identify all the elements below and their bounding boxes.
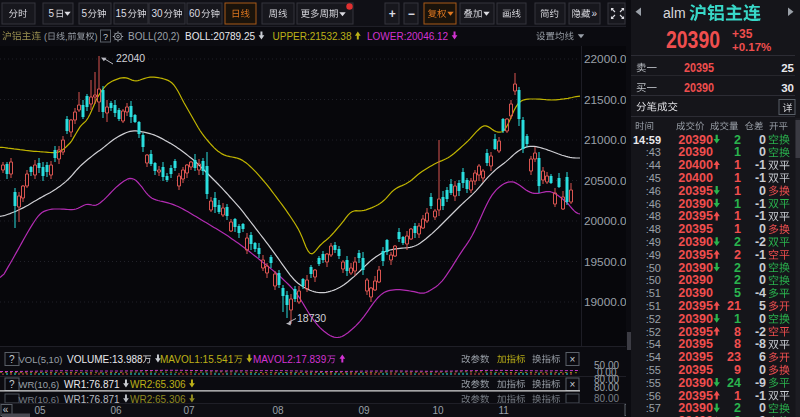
svg-text:WR1:76.871: WR1:76.871 bbox=[64, 394, 120, 405]
svg-text:LOWER:20046.12: LOWER:20046.12 bbox=[367, 31, 449, 42]
svg-text:80.00: 80.00 bbox=[594, 382, 619, 393]
svg-text::44: :44 bbox=[646, 159, 661, 171]
svg-text:05: 05 bbox=[34, 405, 46, 416]
svg-text:18730: 18730 bbox=[297, 312, 326, 324]
svg-text:MAVOL1:15.541: MAVOL1:15.541 bbox=[160, 354, 234, 365]
svg-text:30: 30 bbox=[781, 82, 794, 94]
svg-text:21500.0: 21500.0 bbox=[584, 93, 627, 107]
svg-text:alm: alm bbox=[663, 5, 686, 21]
svg-text:+0.17%: +0.17% bbox=[732, 41, 771, 53]
svg-text:×: × bbox=[570, 379, 576, 390]
svg-text::54: :54 bbox=[646, 338, 661, 350]
svg-text:): ) bbox=[95, 32, 98, 42]
svg-text:20390: 20390 bbox=[684, 80, 714, 95]
svg-text::52: :52 bbox=[646, 326, 661, 338]
svg-text:25: 25 bbox=[781, 62, 794, 74]
svg-text:60: 60 bbox=[189, 8, 201, 19]
svg-text:−: − bbox=[408, 7, 415, 21]
svg-text::57: :57 bbox=[646, 402, 661, 414]
svg-text:19000.0: 19000.0 bbox=[584, 295, 627, 309]
svg-text:21000.0: 21000.0 bbox=[584, 133, 627, 147]
svg-text:×: × bbox=[570, 354, 576, 365]
svg-text:5: 5 bbox=[82, 8, 88, 19]
svg-text:14:59: 14:59 bbox=[633, 134, 661, 146]
svg-text:WR1:76.871: WR1:76.871 bbox=[64, 379, 120, 390]
svg-text:20000.0: 20000.0 bbox=[584, 214, 627, 228]
svg-text:BOLL(20,2): BOLL(20,2) bbox=[128, 31, 180, 42]
svg-text:WR2:65.306: WR2:65.306 bbox=[130, 394, 186, 405]
svg-text:06: 06 bbox=[110, 405, 122, 416]
svg-text::55: :55 bbox=[646, 377, 661, 389]
svg-text::49: :49 bbox=[646, 236, 661, 248]
svg-text::45: :45 bbox=[646, 172, 661, 184]
svg-text:20390: 20390 bbox=[666, 26, 720, 53]
svg-text:WR(10,6): WR(10,6) bbox=[19, 379, 60, 390]
svg-text:?: ? bbox=[103, 32, 108, 42]
svg-text:BOLL:20789.25: BOLL:20789.25 bbox=[185, 31, 255, 42]
svg-text:30: 30 bbox=[152, 8, 164, 19]
svg-text:22040: 22040 bbox=[116, 52, 145, 64]
svg-text:MAVOL2:17.839: MAVOL2:17.839 bbox=[253, 354, 327, 365]
svg-text::51: :51 bbox=[646, 287, 661, 299]
svg-text:80.00: 80.00 bbox=[594, 393, 619, 404]
svg-text::46: :46 bbox=[646, 198, 661, 210]
svg-text:20500.0: 20500.0 bbox=[584, 174, 627, 188]
svg-text:VOL(5,10): VOL(5,10) bbox=[19, 354, 63, 365]
svg-text::46: :46 bbox=[646, 185, 661, 197]
svg-text:19500.0: 19500.0 bbox=[584, 255, 627, 269]
svg-text:UPPER:21532.38: UPPER:21532.38 bbox=[273, 31, 352, 42]
svg-text:08: 08 bbox=[272, 405, 284, 416]
svg-text:?: ? bbox=[9, 379, 15, 390]
svg-text:(: ( bbox=[44, 32, 47, 42]
svg-text:VOLUME:13.988: VOLUME:13.988 bbox=[67, 354, 143, 365]
svg-text:+: + bbox=[389, 7, 396, 21]
svg-text:15: 15 bbox=[116, 8, 128, 19]
svg-text:?: ? bbox=[9, 354, 15, 365]
svg-text:5: 5 bbox=[49, 8, 55, 19]
svg-text:20395: 20395 bbox=[684, 60, 714, 75]
svg-text:09: 09 bbox=[358, 405, 370, 416]
svg-text::56: :56 bbox=[646, 390, 661, 402]
svg-text::48: :48 bbox=[646, 210, 661, 222]
svg-text::51: :51 bbox=[646, 300, 661, 312]
svg-text:WR2:65.306: WR2:65.306 bbox=[130, 379, 186, 390]
svg-text::43: :43 bbox=[646, 146, 661, 158]
svg-text:»: » bbox=[592, 8, 598, 19]
svg-text:22000.0: 22000.0 bbox=[584, 52, 627, 66]
svg-text:11: 11 bbox=[498, 405, 509, 416]
svg-text::52: :52 bbox=[646, 313, 661, 325]
svg-text:10: 10 bbox=[432, 405, 444, 416]
svg-text:«: « bbox=[3, 404, 9, 415]
svg-text:+35: +35 bbox=[732, 27, 753, 41]
svg-text:WR(10,6): WR(10,6) bbox=[19, 394, 60, 405]
svg-text::50: :50 bbox=[646, 262, 661, 274]
svg-text:,: , bbox=[65, 32, 68, 42]
svg-text::54: :54 bbox=[646, 351, 661, 363]
svg-text::49: :49 bbox=[646, 249, 661, 261]
svg-text::50: :50 bbox=[646, 274, 661, 286]
svg-text:07: 07 bbox=[183, 405, 195, 416]
svg-text::48: :48 bbox=[646, 223, 661, 235]
svg-text::55: :55 bbox=[646, 364, 661, 376]
